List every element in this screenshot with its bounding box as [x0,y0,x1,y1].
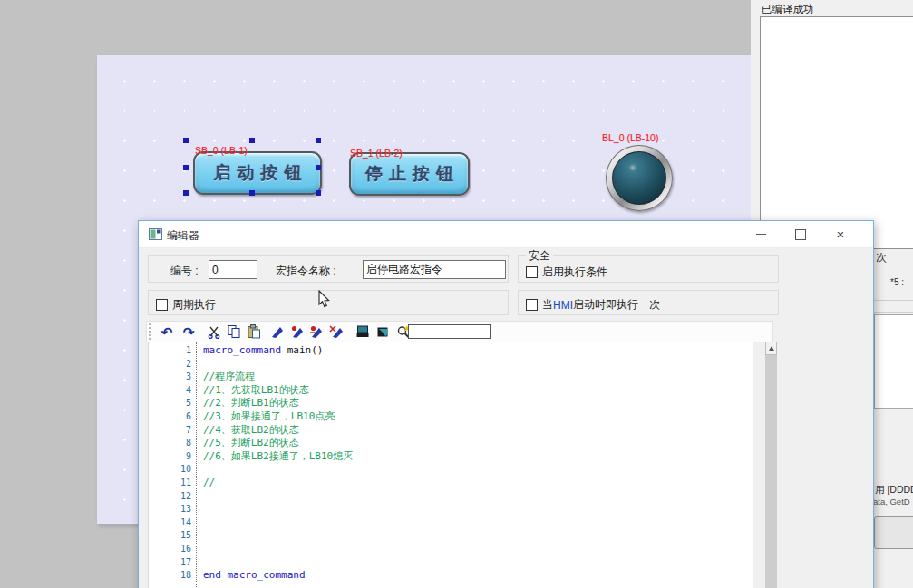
debug-breakpoint-icon[interactable] [288,323,306,340]
selection-handle-w[interactable] [183,165,189,170]
line-number: 15 [149,529,196,543]
maximize-button[interactable] [781,221,821,247]
checkbox-icon [526,266,538,278]
debug-step-icon[interactable] [307,323,325,340]
startup-label-hmi: HMI [553,299,573,312]
code-editor[interactable]: 123456789101112131415161718 macro_comman… [148,342,753,588]
selection-handle-ne[interactable] [316,138,321,143]
code-line[interactable]: // [203,477,753,490]
code-scrollbar[interactable] [765,342,777,588]
indicator-lamp-core [612,151,666,205]
code-line[interactable]: //6、如果LB2接通了，LB10熄灭 [203,450,753,464]
line-number: 4 [149,384,196,398]
debug-remove-icon[interactable] [327,323,345,340]
code-line[interactable]: //2、判断LB1的状态 [203,397,753,410]
code-line[interactable]: end macro_command [203,569,753,583]
cut-icon[interactable] [205,323,223,340]
selection-handle-nw[interactable] [183,138,189,143]
code-line[interactable] [203,463,753,477]
divider [872,300,913,301]
execute-icon[interactable] [374,323,392,340]
code-line[interactable]: //3、如果接通了，LB10点亮 [203,410,753,424]
code-line[interactable] [203,529,753,543]
checkbox-icon [526,299,538,311]
scroll-up-icon [769,346,774,351]
partial-listbox[interactable] [874,314,913,409]
compile-output-listbox[interactable] [760,16,913,249]
line-number: 10 [149,463,196,477]
find-input[interactable] [408,324,491,339]
startup-exec-checkbox[interactable]: 当 HMI 启动时即执行一次 [526,297,660,313]
paste-icon[interactable] [245,323,263,340]
code-line[interactable] [203,543,753,556]
object-id-label-sb1: SB_1 (LB-2) [350,149,403,159]
macro-id-input[interactable] [209,260,257,279]
code-line[interactable]: //程序流程 [203,371,753,384]
scrollbar-up-button[interactable] [765,342,777,355]
hmi-stop-button-label: 停止按钮 [359,162,460,186]
hmi-start-button-label: 启动按钮 [208,161,308,185]
code-line[interactable]: //4、获取LB2的状态 [203,424,753,438]
selection-handle-s[interactable] [249,190,255,196]
exec-condition-checkbox[interactable]: 启用执行条件 [526,265,607,280]
line-number: 5 [149,397,196,410]
line-number: 2 [149,358,196,371]
code-line[interactable]: //1、先获取LB1的状态 [203,384,753,398]
code-lines: macro_command main() //程序流程//1、先获取LB1的状态… [197,342,753,588]
code-line[interactable]: //5、判断LB2的状态 [203,437,753,450]
toolbar-grip[interactable] [149,323,151,340]
line-number: 18 [149,569,196,583]
code-line[interactable] [203,556,753,570]
hmi-stop-button[interactable]: 停止按钮 [349,152,470,196]
indicator-lamp[interactable] [606,145,673,211]
editor-toolbar: ↶ ↷ [146,321,773,342]
exec-condition-label: 启用执行条件 [542,265,607,280]
macro-name-input[interactable] [363,260,506,279]
editor-title: 编辑器 [167,228,199,244]
selection-handle-e[interactable] [316,165,321,170]
line-number: 13 [149,503,196,516]
copy-icon[interactable] [225,323,243,340]
code-line[interactable] [203,490,753,504]
hmi-start-button[interactable]: 启动按钮 [193,151,322,195]
security-groupbox: 安全 启用执行条件 [518,255,779,283]
maximize-icon [795,229,806,240]
startup-groupbox: 当 HMI 启动时即执行一次 [518,290,779,315]
object-id-label-bl0: BL_0 (LB-10) [602,133,658,143]
editor-window-icon [149,228,162,240]
partial-text-1: 次 [876,250,887,265]
partial-text-2: *5 : [890,277,904,287]
minimize-button[interactable] [741,221,781,247]
selection-handle-sw[interactable] [183,190,189,196]
code-line[interactable] [203,358,753,371]
selection-handle-n[interactable] [249,138,255,143]
line-number: 14 [149,516,196,530]
partial-text-3: 用 [DDDD [875,484,913,496]
macro-name-label: 宏指令名称 : [276,264,336,279]
line-number: 17 [149,556,196,570]
macro-editor-window: 编辑器 × 编号 : 宏指令名称 : 安全 启用执行条件 周期执行 当 H [138,220,874,588]
code-line[interactable]: macro_command main() [203,344,753,358]
periodic-exec-checkbox[interactable]: 周期执行 [156,297,216,313]
code-line[interactable] [203,516,753,530]
line-number: 9 [149,450,196,464]
code-gutter: 123456789101112131415161718 [149,342,197,588]
debug-pen-icon[interactable] [268,323,287,340]
editor-titlebar[interactable]: 编辑器 × [139,221,873,248]
line-number: 7 [149,424,196,438]
screen: { "canvas": { "buttons": [ { "id_label":… [0,0,913,588]
partial-button[interactable] [874,516,913,549]
close-button[interactable]: × [821,221,860,247]
line-number: 6 [149,410,196,424]
line-number: 3 [149,371,196,384]
startup-label-prefix: 当 [542,297,553,313]
id-name-groupbox: 编号 : 宏指令名称 : [148,255,509,283]
macro-id-label: 编号 : [170,264,199,279]
undo-icon[interactable]: ↶ [158,323,176,340]
selection-handle-se[interactable] [316,190,321,196]
compile-icon[interactable] [354,323,372,340]
periodic-exec-label: 周期执行 [172,297,216,313]
redo-icon[interactable]: ↷ [180,323,198,340]
partial-text-4: ata, GetD [873,496,910,506]
code-line[interactable] [203,503,753,516]
